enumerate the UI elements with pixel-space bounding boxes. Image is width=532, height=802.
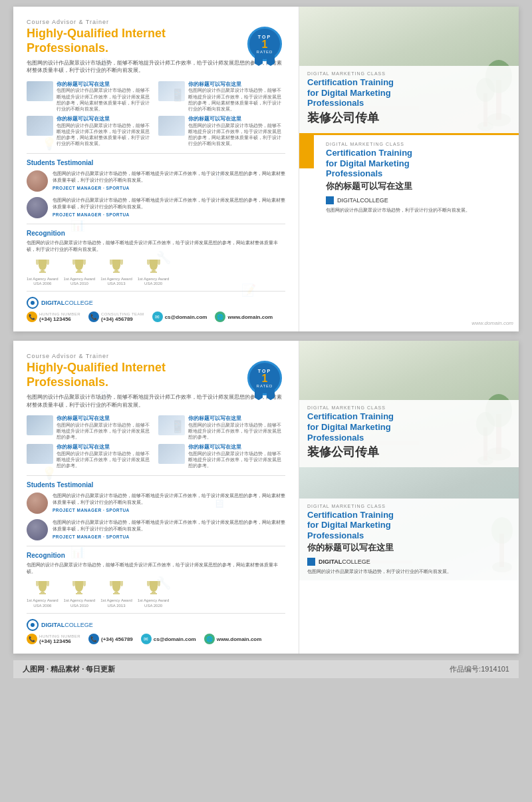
- phone-icon-p2-1: 📞: [27, 634, 37, 644]
- small-desc-1: 包图网的设计作品聚眾设计市场趋势，利于设计行业的不断向前发展。: [326, 207, 511, 214]
- award-4: 1st Agency AwardUSA 2020: [138, 257, 170, 288]
- badge-ribbon-left-2: [255, 388, 263, 400]
- award-year-3: 1st Agency AwardUSA 2013: [100, 277, 132, 288]
- awards-row-1: 1st Agency AwardUSA 2006 1st Agency Awar…: [27, 257, 285, 288]
- badge-ribbon-right: [267, 54, 275, 66]
- dc-text: DIGITALCOLLEGE: [41, 300, 93, 306]
- feature-thumb-2: [158, 81, 185, 101]
- email-icon-1: ✉: [152, 311, 163, 322]
- watermark-1: www.domain.com: [471, 320, 513, 326]
- testimonial-name-1: PROJECT MANAGER · SPORTUA: [53, 186, 285, 190]
- feature-item-4: 你的标题可以写在这里 包图网的设计作品聚眾设计市场趋势，能够不断地提升设计师工作…: [158, 116, 286, 146]
- award-year-2: 1st Agency AwardUSA 2010: [64, 277, 96, 288]
- dig-label-2: DIGITAL MARKETING CLASS: [326, 142, 511, 146]
- award-1: 1st Agency AwardUSA 2006: [27, 257, 59, 288]
- svg-rect-0: [41, 270, 45, 272]
- trophy-icon-p2-4: [144, 578, 163, 597]
- logo-dot-2: [31, 623, 35, 627]
- feature-thumb-p2-3: [27, 444, 53, 464]
- college-row-p2: DIGITALCOLLEGE: [307, 558, 511, 566]
- right-panel-2: DIGITAL MARKETING CLASS Certification Tr…: [299, 341, 519, 654]
- right-bottom-overlay-2: DIGITAL MARKETING CLASS Certification Tr…: [299, 499, 519, 581]
- phone-value-1: (+34) 123456: [39, 316, 80, 322]
- svg-rect-23: [152, 592, 156, 593]
- subtitle-right-1: 你的标题可以写在这里: [326, 180, 511, 192]
- svg-rect-1: [39, 272, 46, 273]
- contact-section-2: DIGITALCOLLEGE 📞 HUNTING NUMBER (+34) 12…: [27, 613, 285, 644]
- right-bottom-content-1: DIGITAL MARKETING CLASS Certification Tr…: [326, 142, 511, 214]
- award-p2-3: 1st Agency AwardUSA 2013: [100, 578, 132, 609]
- svg-rect-3: [76, 272, 82, 273]
- award-2: 1st Agency AwardUSA 2010: [64, 257, 96, 288]
- chinese-title-p2-1: 装修公司传单: [307, 444, 511, 460]
- cert-title-1: Certification Training for Digital Marke…: [307, 77, 511, 108]
- feature-item-1: 你的标题可以写在这里 包图网的设计作品聚眾设计市场趋势，能够不断地提升设计师工作…: [27, 81, 154, 112]
- testimonial-text-2: 包图网的设计作品聚眾设计市场趋势，能够不断地提升设计师工作效率，给于设计师发展思…: [53, 197, 285, 211]
- email-icon-p2: ✉: [141, 634, 152, 644]
- trophy-icon-p2-3: [107, 578, 126, 597]
- testimonial-title-1: Students Testimonial: [27, 159, 285, 166]
- award-3: 1st Agency AwardUSA 2013: [100, 257, 132, 288]
- feature-thumb-3: [27, 116, 53, 136]
- feature-item-p2-3: 你的标题可以写在这里 包图网的设计作品聚眾设计市场趋势，能够不断地提升设计师工作…: [27, 444, 154, 469]
- website-item-1: 🌐 www.domain.com: [215, 311, 273, 322]
- svg-rect-4: [114, 270, 118, 272]
- top-badge-2: TOP 1 RATED: [244, 354, 285, 402]
- phone-label-2: CONSULTING TEAM: [101, 312, 144, 316]
- logo-circle-2: [27, 619, 39, 631]
- cert-title-p2-2: Certification Training for Digital Marke…: [307, 510, 511, 541]
- testimonial-p2-2: 包图网的设计作品聚眾设计市场趋势，能够不断地提升设计师工作效率，给于设计师发展思…: [27, 519, 285, 540]
- award-p2-1: 1st Agency AwardUSA 2006: [27, 578, 59, 609]
- trophy-icon-1: [33, 257, 52, 276]
- awards-row-2: 1st Agency AwardUSA 2006 1st Agency Awar…: [27, 578, 285, 609]
- avatar-1: [27, 170, 48, 192]
- svg-rect-7: [150, 272, 157, 273]
- award-year-4: 1st Agency AwardUSA 2020: [138, 277, 170, 288]
- dig-label-p2-2: DIGITAL MARKETING CLASS: [307, 504, 511, 508]
- svg-rect-2: [77, 270, 81, 272]
- contact-logo-2: DIGITALCOLLEGE: [27, 619, 93, 631]
- testimonial-2: 包图网的设计作品聚眾设计市场趋势，能够不断地提升设计师工作效率，给于设计师发展思…: [27, 197, 285, 218]
- recognition-section-2: Recognition 包图网的设计作品聚眾设计市场趋势，能够不断地提升设计师工…: [27, 552, 285, 609]
- testimonial-title-2: Students Testimonial: [27, 481, 285, 489]
- feature-grid-1: 你的标题可以写在这里 包图网的设计作品聚眾设计市场趋势，能够不断地提升设计师工作…: [27, 81, 285, 146]
- phone-value-2: (+34) 456789: [101, 316, 144, 322]
- site-right: 作品编号:1914101: [450, 664, 509, 674]
- svg-rect-5: [113, 272, 120, 273]
- right-photo-top-2: DIGITAL MARKETING CLASS Certification Tr…: [299, 341, 519, 467]
- logo-dot: [31, 301, 35, 305]
- trophy-icon-2: [70, 257, 88, 276]
- email-value-1: cs@domain.com: [165, 314, 207, 320]
- email-item-p2: ✉ cs@domain.com: [141, 634, 196, 644]
- email-value-p2: cs@domain.com: [154, 636, 196, 642]
- feature-item-p2-4: 你的标题可以写在这里 包图网的设计作品聚眾设计市场趋势，能够不断地提升设计师工作…: [158, 444, 286, 469]
- subtitle-p2: 你的标题可以写在这里: [307, 542, 511, 554]
- phone-icon-1: 📞: [27, 311, 37, 322]
- contact-section-1: DIGITALCOLLEGE 📞 HUNTING NUMBER (+34) 12…: [27, 291, 285, 322]
- contact-items-2: 📞 HUNTING NUMBER (+34) 123456 📞 (+34) 45…: [27, 634, 285, 644]
- trophy-icon-3: [107, 257, 126, 276]
- testimonial-section-2: Students Testimonial 包图网的设计作品聚眾设计市场趋势，能够…: [27, 481, 285, 540]
- svg-rect-20: [76, 593, 82, 594]
- recognition-section-1: Recognition 包图网的设计作品聚眾设计市场趋势，能够不断地提升设计师工…: [27, 230, 285, 287]
- cert-title-2: Certification Training for Digital Marke…: [326, 148, 511, 179]
- college-square-p2: [307, 558, 315, 566]
- panel-1: ✏ ⚙ 📱 💡 🖥 📊 🔧 📝 Course Advisor & Trainer…: [13, 7, 519, 331]
- testimonial-text-1: 包图网的设计作品聚眾设计市场趋势，能够不断地提升设计师工作效率，给于设计师发展思…: [53, 170, 285, 184]
- right-photo-bottom-2: DIGITAL MARKETING CLASS Certification Tr…: [299, 467, 519, 580]
- recognition-desc-2: 包图网的设计作品聚眾设计市场趋势，能够不断地提升设计师工作效率，给于设计师发展思…: [27, 562, 285, 575]
- feature-thumb-1: [27, 81, 53, 101]
- phone-icon-2: 📞: [88, 311, 99, 322]
- contact-row-2: DIGITALCOLLEGE: [27, 619, 285, 631]
- left-panel-2: ✏ ⚙ 📱 💡 🖥 📊 🔧 Course Advisor & Trainer H…: [13, 341, 299, 654]
- website-value-p2: www.domain.com: [217, 636, 262, 642]
- phone-item-p2-2: 📞 (+34) 456789: [88, 634, 133, 644]
- dig-label-1: DIGITAL MARKETING CLASS: [307, 71, 511, 76]
- contact-items-1: 📞 HUNTING NUMBER (+34) 123456 📞 CONSULTI…: [27, 311, 285, 322]
- web-icon-1: 🌐: [215, 311, 225, 322]
- website-value-1: www.domain.com: [227, 314, 273, 320]
- feature-item-p2-2: 你的标题可以写在这里 包图网的设计作品聚眾设计市场趋势，能够不断地提升设计师工作…: [158, 415, 286, 440]
- right-photo-top-1: DIGITAL MARKETING CLASS Certification Tr…: [299, 7, 519, 133]
- top-badge: TOP 1 RATED: [244, 20, 285, 68]
- svg-rect-18: [39, 593, 46, 594]
